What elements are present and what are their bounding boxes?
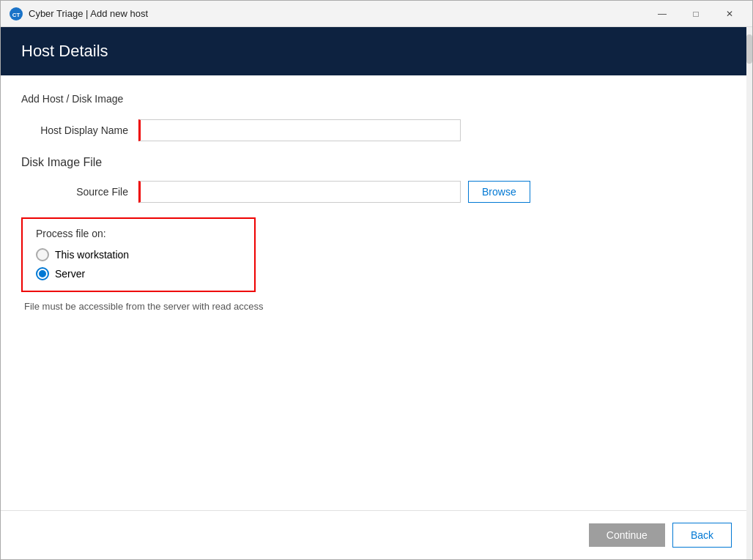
server-radio-indicator xyxy=(36,267,49,280)
scrollbar-track xyxy=(746,27,752,559)
workstation-radio-row[interactable]: This workstation xyxy=(36,248,241,261)
footer: Continue Back xyxy=(1,510,752,559)
main-window: CT Cyber Triage | Add new host — □ ✕ Hos… xyxy=(0,0,753,560)
process-file-title: Process file on: xyxy=(36,228,241,239)
maximize-button[interactable]: □ xyxy=(679,1,713,27)
host-display-name-input[interactable] xyxy=(138,119,461,141)
minimize-button[interactable]: — xyxy=(645,1,679,27)
source-file-input[interactable] xyxy=(138,181,461,203)
header-title: Host Details xyxy=(21,42,108,60)
hint-text: File must be accessible from the server … xyxy=(24,301,732,312)
source-file-label: Source File xyxy=(21,186,138,198)
browse-button[interactable]: Browse xyxy=(468,181,530,203)
server-radio-label: Server xyxy=(55,268,85,280)
window-title: Cyber Triage | Add new host xyxy=(29,8,148,19)
workstation-radio-indicator xyxy=(36,248,49,261)
titlebar: CT Cyber Triage | Add new host — □ ✕ xyxy=(1,1,752,27)
breadcrumb: Add Host / Disk Image xyxy=(21,93,732,105)
continue-button[interactable]: Continue xyxy=(589,523,665,547)
server-radio-row[interactable]: Server xyxy=(36,267,241,280)
host-display-name-label: Host Display Name xyxy=(21,124,138,136)
main-content: Add Host / Disk Image Host Display Name … xyxy=(1,75,752,510)
header-banner: Host Details xyxy=(1,27,752,75)
titlebar-controls: — □ ✕ xyxy=(645,1,746,27)
host-display-name-row: Host Display Name xyxy=(21,119,732,141)
workstation-radio-label: This workstation xyxy=(55,249,129,261)
close-button[interactable]: ✕ xyxy=(713,1,746,27)
process-file-box: Process file on: This workstation Server xyxy=(21,217,256,292)
disk-image-section-title: Disk Image File xyxy=(21,156,732,169)
svg-text:CT: CT xyxy=(12,12,21,18)
source-file-row: Source File Browse xyxy=(21,181,732,203)
titlebar-left: CT Cyber Triage | Add new host xyxy=(10,7,148,20)
back-button[interactable]: Back xyxy=(672,523,732,548)
scrollbar-thumb[interactable] xyxy=(746,34,752,64)
app-icon: CT xyxy=(10,7,23,20)
